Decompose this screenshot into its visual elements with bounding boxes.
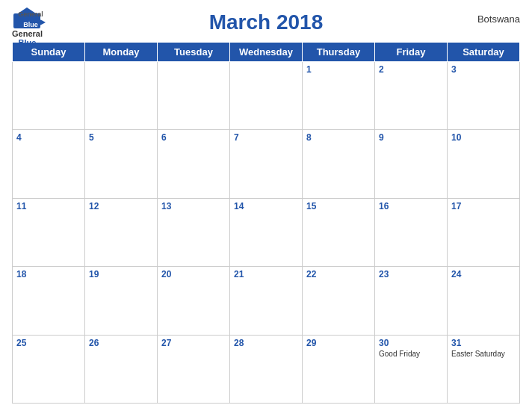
day-number: 30 [379,338,443,348]
day-cell [13,62,85,130]
day-cell: 21 [230,267,303,335]
day-cell: 28 [230,335,303,403]
day-number: 19 [89,269,153,279]
day-cell: 14 [230,198,303,266]
day-cell: 27 [158,335,230,403]
calendar-header: Blue General Blue General Blue March 201… [12,7,520,37]
day-cell: 8 [303,130,375,198]
day-number: 22 [306,269,371,279]
header-saturday: Saturday [448,43,520,62]
day-cell: 12 [85,198,158,266]
day-number: 14 [234,201,298,211]
day-cell: 30Good Friday [375,335,448,403]
day-number: 20 [161,269,226,279]
day-number: 26 [89,338,153,348]
svg-text:Blue: Blue [23,21,38,28]
day-cell: 18 [13,267,85,335]
day-cell [230,62,303,130]
header-tuesday: Tuesday [158,43,230,62]
day-number: 10 [451,132,516,143]
day-number: 27 [161,338,226,348]
day-number: 11 [16,201,81,211]
week-row-1: 123 [13,62,520,130]
day-event: Easter Saturday [451,350,516,358]
logo-blue-text: Blue [19,38,37,47]
week-row-3: 11121314151617 [13,198,520,266]
day-number: 5 [89,132,153,143]
day-cell: 4 [13,130,85,198]
day-cell: 6 [158,130,230,198]
day-number: 29 [306,338,371,348]
country-label: Botswana [477,13,520,25]
week-row-2: 45678910 [13,130,520,198]
day-number: 12 [89,201,153,211]
calendar-table: Sunday Monday Tuesday Wednesday Thursday… [12,42,520,404]
day-cell: 26 [85,335,158,403]
day-cell: 7 [230,130,303,198]
day-cell: 11 [13,198,85,266]
weekday-header-row: Sunday Monday Tuesday Wednesday Thursday… [13,43,520,62]
day-event: Good Friday [379,350,443,358]
day-number: 31 [451,338,516,348]
day-number: 13 [161,201,226,211]
calendar-title: March 2018 [209,10,324,34]
header-friday: Friday [375,43,448,62]
day-number: 6 [161,132,226,143]
day-number: 3 [451,64,516,75]
calendar-wrapper: Blue General Blue General Blue March 201… [0,0,532,411]
day-number: 23 [379,269,443,279]
generalblue-logo-svg: General Blue [12,7,49,36]
day-number: 16 [379,201,443,211]
day-cell: 25 [13,335,85,403]
day-cell: 2 [375,62,448,130]
day-cell: 19 [85,267,158,335]
day-cell: 31Easter Saturday [448,335,520,403]
day-number: 4 [16,132,81,143]
week-row-5: 252627282930Good Friday31Easter Saturday [13,335,520,403]
day-number: 17 [451,201,516,211]
day-cell: 23 [375,267,448,335]
day-cell [158,62,230,130]
day-number: 9 [379,132,443,143]
day-cell: 15 [303,198,375,266]
week-row-4: 18192021222324 [13,267,520,335]
day-number: 7 [234,132,298,143]
day-number: 8 [306,132,371,143]
day-number: 1 [306,64,371,75]
day-cell: 9 [375,130,448,198]
day-cell: 22 [303,267,375,335]
day-cell: 1 [303,62,375,130]
day-cell: 10 [448,130,520,198]
day-number: 18 [16,269,81,279]
header-wednesday: Wednesday [230,43,303,62]
day-number: 25 [16,338,81,348]
day-number: 15 [306,201,371,211]
day-number: 24 [451,269,516,279]
day-number: 28 [234,338,298,348]
day-number: 2 [379,64,443,75]
day-cell: 17 [448,198,520,266]
day-cell: 5 [85,130,158,198]
day-cell: 16 [375,198,448,266]
day-cell: 3 [448,62,520,130]
day-cell: 13 [158,198,230,266]
day-cell: 29 [303,335,375,403]
day-cell: 24 [448,267,520,335]
header-monday: Monday [85,43,158,62]
day-number: 21 [234,269,298,279]
header-thursday: Thursday [303,43,375,62]
day-cell: 20 [158,267,230,335]
day-cell [85,62,158,130]
